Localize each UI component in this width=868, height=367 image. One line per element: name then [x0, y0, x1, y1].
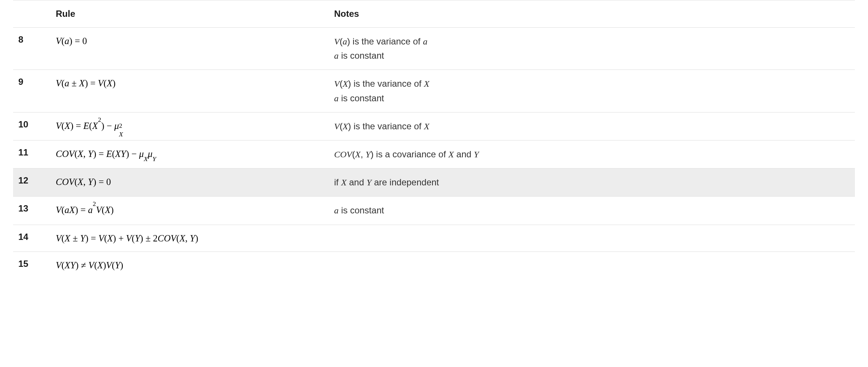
rule-formula: COV(X, Y) = 0 — [56, 177, 111, 187]
row-rule: V(X) = E(X2) − μ2X — [51, 112, 329, 140]
row-number: 8 — [13, 28, 51, 70]
row-number: 11 — [13, 140, 51, 168]
notes-text: COV(X, Y) is a covariance of X and Y — [334, 149, 479, 159]
row-number: 13 — [13, 197, 51, 225]
col-header-notes: Notes — [329, 0, 855, 28]
notes-text: V(a) is the variance of aa is constant — [334, 36, 427, 61]
table-row: 10V(X) = E(X2) − μ2XV(X) is the variance… — [13, 112, 855, 140]
row-notes: if X and Y are independent — [329, 169, 855, 197]
row-rule: V(a ± X) = V(X) — [51, 70, 329, 112]
row-rule: COV(X, Y) = E(XY) − μXμY — [51, 140, 329, 168]
row-number: 9 — [13, 70, 51, 112]
notes-text: if X and Y are independent — [334, 177, 439, 187]
rule-formula: V(aX) = a2V(X) — [56, 205, 114, 215]
table-row: 12COV(X, Y) = 0if X and Y are independen… — [13, 169, 855, 197]
rule-formula: V(X) = E(X2) − μ2X — [56, 121, 127, 131]
table-row: 11COV(X, Y) = E(XY) − μXμYCOV(X, Y) is a… — [13, 140, 855, 168]
row-number: 14 — [13, 225, 51, 252]
row-rule: V(X ± Y) = V(X) + V(Y) ± 2COV(X, Y) — [51, 225, 329, 252]
row-rule: V(XY) ≠ V(X)V(Y) — [51, 252, 329, 278]
row-number: 15 — [13, 252, 51, 278]
notes-text: a is constant — [334, 205, 384, 215]
table-row: 8V(a) = 0V(a) is the variance of aa is c… — [13, 28, 855, 70]
rule-formula: V(X ± Y) = V(X) + V(Y) ± 2COV(X, Y) — [56, 233, 198, 243]
row-notes: V(X) is the variance of Xa is constant — [329, 70, 855, 112]
table-header-row: Rule Notes — [13, 0, 855, 28]
rule-formula: COV(X, Y) = E(XY) − μXμY — [56, 149, 156, 159]
table-row: 15V(XY) ≠ V(X)V(Y) — [13, 252, 855, 278]
row-notes: V(X) is the variance of X — [329, 112, 855, 140]
notes-text: V(X) is the variance of Xa is constant — [334, 78, 430, 103]
col-header-rule: Rule — [51, 0, 329, 28]
table-row: 14V(X ± Y) = V(X) + V(Y) ± 2COV(X, Y) — [13, 225, 855, 252]
row-notes: V(a) is the variance of aa is constant — [329, 28, 855, 70]
notes-text: V(X) is the variance of X — [334, 121, 430, 131]
rule-formula: V(XY) ≠ V(X)V(Y) — [56, 260, 123, 270]
rule-formula: V(a) = 0 — [56, 36, 87, 46]
rules-table: Rule Notes 8V(a) = 0V(a) is the variance… — [13, 0, 855, 278]
row-number: 10 — [13, 112, 51, 140]
row-rule: V(a) = 0 — [51, 28, 329, 70]
rule-formula: V(a ± X) = V(X) — [56, 78, 116, 88]
page: Rule Notes 8V(a) = 0V(a) is the variance… — [0, 0, 868, 293]
row-notes — [329, 252, 855, 278]
row-number: 12 — [13, 169, 51, 197]
row-rule: COV(X, Y) = 0 — [51, 169, 329, 197]
row-notes: COV(X, Y) is a covariance of X and Y — [329, 140, 855, 168]
table-row: 9V(a ± X) = V(X)V(X) is the variance of … — [13, 70, 855, 112]
row-notes: a is constant — [329, 197, 855, 225]
table-row: 13V(aX) = a2V(X)a is constant — [13, 197, 855, 225]
row-rule: V(aX) = a2V(X) — [51, 197, 329, 225]
row-notes — [329, 225, 855, 252]
col-header-number — [13, 0, 51, 28]
